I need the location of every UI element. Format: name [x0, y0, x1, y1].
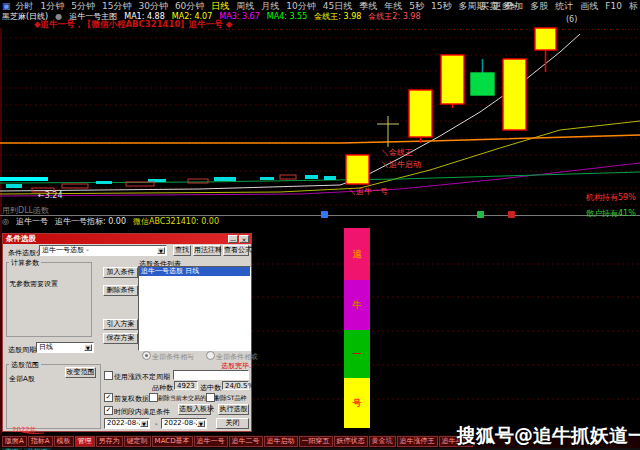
period-menu-item[interactable]: 月线: [261, 0, 279, 12]
checkbox-timerange[interactable]: ✓: [104, 406, 113, 415]
toolbar-menu-item[interactable]: 叠加: [505, 0, 523, 12]
toolbar-menu-item[interactable]: F10: [605, 0, 622, 12]
checkbox-period-mode-label: 使用涨跌不定周期: [114, 372, 170, 382]
toolbar-menu-item[interactable]: 多股: [530, 0, 548, 12]
range-group-label: 选股范围: [9, 360, 41, 370]
toolbar-menu-item[interactable]: 标: [629, 0, 638, 12]
usage-note-button[interactable]: 用法注释: [193, 245, 221, 256]
save-plan-button[interactable]: 保存方案: [103, 333, 138, 344]
taskbar-tab[interactable]: 模板: [54, 436, 74, 447]
taskbar-tab[interactable]: 另存为: [96, 436, 123, 447]
watermark-text: 搜狐号@追牛抓妖道一: [457, 423, 640, 449]
info-segment: MA4: 3.55: [267, 12, 308, 21]
taskbar-tab[interactable]: 追牛启动: [264, 436, 298, 447]
taskbar-tab[interactable]: 妖停状态: [334, 436, 368, 447]
period-menu-item[interactable]: 季线: [359, 0, 377, 12]
minimize-button[interactable]: —: [228, 235, 238, 243]
chevron-down-icon[interactable]: ▼: [140, 420, 148, 427]
chevron-down-icon[interactable]: ▼: [84, 344, 92, 351]
radio-all-or[interactable]: [206, 351, 215, 360]
checkbox-remove-untraded[interactable]: [149, 393, 158, 402]
taskbar-tab[interactable]: 追牛涨停王: [397, 436, 438, 447]
condition-list-item-selected[interactable]: 追牛一号选股 日线: [139, 267, 250, 276]
select-to-block-button[interactable]: 选股入板块: [178, 404, 211, 415]
chart-annotation: ＼追牛一号: [348, 187, 388, 196]
checkbox-fuquan-label: 前复权数据: [114, 394, 149, 404]
chart-annotation: ←3.24: [38, 191, 63, 200]
find-button[interactable]: 查找: [173, 245, 191, 256]
taskbar-tab[interactable]: MACD基本: [152, 436, 193, 447]
taskbar-tab[interactable]: 版面A: [2, 436, 27, 447]
period-menu-item[interactable]: 周线: [236, 0, 254, 12]
species-count-value: 4923: [174, 381, 198, 390]
period-menu-item[interactable]: 30分钟: [138, 0, 167, 12]
period-menu-item[interactable]: 10分钟: [286, 0, 315, 12]
period-menu-item[interactable]: 1分钟: [41, 0, 65, 12]
formula-combobox[interactable]: 追牛一号选股 - ▼: [39, 245, 167, 256]
condition-listbox[interactable]: 追牛一号选股 日线: [138, 266, 251, 351]
taskbar-tab[interactable]: 键定制: [124, 436, 151, 447]
period-menu-item[interactable]: 15分钟: [102, 0, 131, 12]
period-combobox[interactable]: 日线 ▼: [36, 342, 94, 353]
taskbar-tab[interactable]: 追牛一号: [194, 436, 228, 447]
add-condition-button[interactable]: 加入条件: [103, 267, 138, 278]
close-icon[interactable]: ×: [239, 235, 249, 243]
period-label: 选股周期: [8, 345, 36, 355]
chart-annotation: ＼追牛启动: [381, 160, 421, 169]
import-plan-button[interactable]: 引入方案: [103, 319, 138, 330]
taskbar-tab[interactable]: 黄金坑: [369, 436, 396, 447]
sub-indicator-bar: ◎追牛一号追牛一号指标: 0.00微信ABC321410: 0.00: [2, 217, 219, 226]
range-value: 全部A股: [9, 374, 35, 384]
taskbar-tab[interactable]: 一阳穿五: [299, 436, 333, 447]
period-menu-item[interactable]: 5分钟: [71, 0, 95, 12]
flag-green-icon: [477, 211, 484, 218]
window-icon[interactable]: ▣: [2, 0, 11, 12]
checkbox-period-mode[interactable]: [104, 371, 113, 380]
period-mode-input[interactable]: [173, 370, 249, 380]
checkbox-remove-st[interactable]: [206, 393, 215, 402]
params-group-label: 计算参数: [9, 258, 41, 268]
view-formula-button[interactable]: 查看公式: [223, 245, 249, 256]
change-range-button[interactable]: 改变范围: [65, 367, 96, 378]
hit-count-label: 选中数: [200, 383, 221, 393]
close-button[interactable]: 关闭: [216, 418, 249, 429]
period-menu-item[interactable]: 60分钟: [175, 0, 204, 12]
delete-condition-button[interactable]: 删除条件: [103, 285, 138, 296]
signal-segment: 一: [344, 330, 370, 378]
year-annotation: 2022年: [12, 425, 37, 435]
chevron-down-icon[interactable]: ▼: [157, 247, 165, 254]
checkbox-fuquan[interactable]: ✓: [104, 393, 113, 402]
checkbox-timerange-label: 时间段内满足条件: [114, 407, 170, 417]
period-menu-item[interactable]: 日线: [211, 0, 229, 12]
period-menu: 分时1分钟5分钟15分钟30分钟60分钟日线周线月线10分钟45日线季线年线5秒…: [16, 0, 518, 12]
period-value: 日线: [39, 343, 53, 351]
radio-all-and[interactable]: [142, 351, 151, 360]
flag-blue-icon: [321, 211, 328, 218]
signal-segment: 追: [344, 228, 370, 280]
toolbar-menu-item[interactable]: 画线: [580, 0, 598, 12]
execute-select-button[interactable]: 执行选股: [218, 404, 249, 415]
date-to-combobox[interactable]: 2022-08-25 ▼: [161, 418, 207, 429]
signal-segment: 牛: [344, 280, 370, 330]
taskbar-tab[interactable]: 指标A: [28, 436, 53, 447]
period-menu-item[interactable]: 45日线: [323, 0, 352, 12]
hit-count-value: 24/0.5%: [222, 381, 249, 390]
flag-red-icon: [508, 211, 515, 218]
chart-annotation: 散户持有41%: [586, 209, 636, 218]
period-menu-item[interactable]: 年线: [384, 0, 402, 12]
taskbar-tab[interactable]: 追牛二号: [229, 436, 263, 447]
params-note: 无参数需要设置: [9, 279, 58, 289]
period-menu-item[interactable]: 5秒: [409, 0, 424, 12]
signal-segment: 号: [344, 378, 370, 428]
toolbar-menu-item[interactable]: 统计: [555, 0, 573, 12]
dialog-title[interactable]: 条件选股: [3, 234, 251, 244]
date-from-combobox[interactable]: 2022-08-25 ▼: [104, 418, 150, 429]
period-menu-item[interactable]: 15秒: [431, 0, 451, 12]
toolbar-menu-item[interactable]: 买卖: [480, 0, 498, 12]
condition-stock-picker-dialog: 条件选股 — × 条件选股公式 追牛一号选股 - ▼ 查找 用法注释 查看公式 …: [2, 233, 252, 432]
taskbar-tab[interactable]: 管理: [75, 436, 95, 447]
sub-indicator-segment: ◎: [2, 217, 9, 226]
chevron-down-icon[interactable]: ▼: [197, 420, 205, 427]
chart-annotation: ＼金线王: [381, 148, 413, 157]
period-menu-item[interactable]: 分时: [16, 0, 34, 12]
